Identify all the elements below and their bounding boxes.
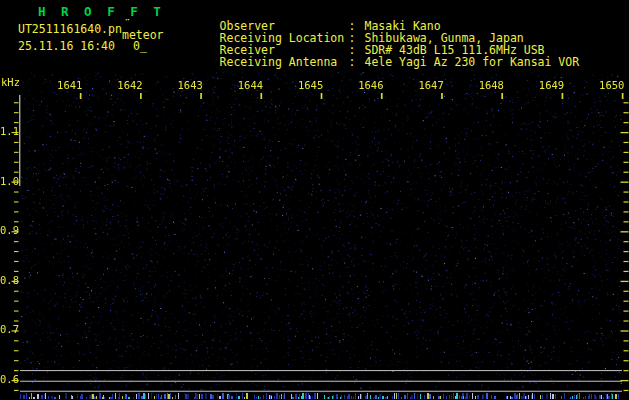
hrofft-window: H R O F F T UT2511161640.pn ¨ meteor 25.…	[0, 0, 629, 400]
y-axis-unit-label: kHz	[1, 76, 20, 88]
spectrogram-canvas	[0, 0, 629, 400]
